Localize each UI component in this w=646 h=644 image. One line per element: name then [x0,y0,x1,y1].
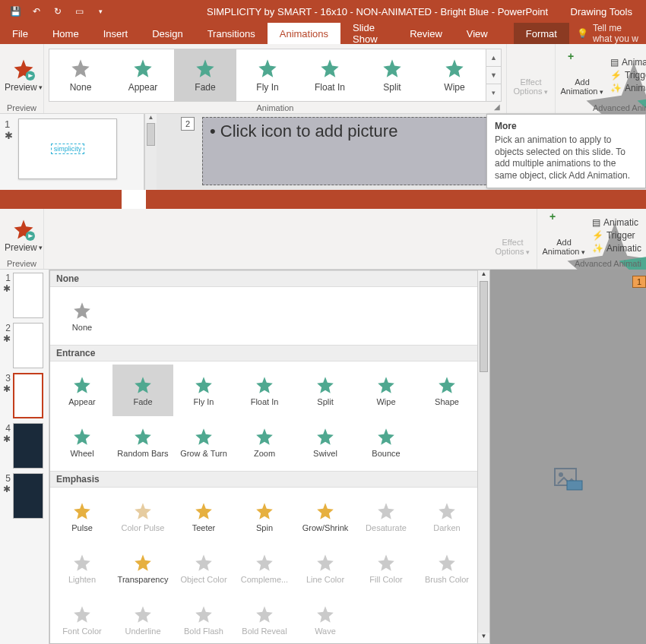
tab-transitions-2[interactable] [97,190,122,209]
tab-slideshow-2[interactable] [146,190,170,209]
scroll-thumb[interactable] [480,281,488,372]
animation-none[interactable]: None [52,290,112,342]
emphasis-grow-shrink[interactable]: Grow/Shrink [295,491,356,542]
entrance-fly-in[interactable]: Fly In [173,365,234,416]
animation-wipe[interactable]: Wipe [423,49,486,101]
entrance-shape[interactable]: Shape [416,365,477,416]
effect-options-button: Effect Options ▾ [511,47,550,103]
tab-home[interactable]: Home [40,23,91,44]
star-icon [437,553,457,573]
thumbnail-scrollbar[interactable]: ▲ [144,114,157,190]
save-icon[interactable]: 💾 [6,2,24,21]
scroll-up-icon[interactable]: ▲ [145,114,157,123]
start-from-beginning-icon[interactable]: ▭ [70,2,88,21]
slide-thumbnails: 1 ✱ simplicity [0,114,144,190]
preview-icon [12,58,35,80]
tab-format-2[interactable] [233,190,257,209]
tab-transitions[interactable]: Transitions [195,23,268,44]
add-animation-icon-2: + [553,213,575,236]
undo-icon[interactable]: ↶ [27,2,46,21]
gallery-scrollbar[interactable]: ▲ ▼ [477,270,489,643]
tab-view-2[interactable] [195,190,219,209]
emphasis-spin[interactable]: Spin [234,491,295,542]
slide-thumbnail[interactable] [13,323,43,368]
emphasis-darken: Darken [416,491,477,542]
entrance-wipe[interactable]: Wipe [356,365,416,416]
animation-fade[interactable]: Fade [174,49,236,101]
gallery-more-icon[interactable]: ▾ [486,84,501,101]
entrance-float-in[interactable]: Float In [234,365,295,416]
entrance-bounce[interactable]: Bounce [356,416,416,468]
scroll-thumb[interactable] [147,123,155,146]
star-icon [437,375,457,395]
tab-review[interactable]: Review [397,23,454,44]
preview-button-2[interactable]: Preview▾ [5,212,43,258]
animation-order-badge-2[interactable]: 1 [632,276,646,288]
slide-thumbnail[interactable] [13,273,43,318]
slide-thumbnail-row[interactable]: 2✱ [2,323,47,368]
thumbnail-content: simplicity [51,144,85,154]
tab-file[interactable]: File [0,23,40,44]
animation-float-in[interactable]: Float In [299,49,361,101]
animation-label: Swivel [296,449,354,458]
entrance-grow-turn[interactable]: Grow & Turn [173,416,234,468]
tab-home-2[interactable] [24,190,49,209]
star-icon [315,375,335,395]
entrance-fade[interactable]: Fade [112,365,173,416]
tab-insert[interactable]: Insert [91,23,141,44]
slide-thumbnail[interactable] [13,373,43,418]
animation-none[interactable]: None [49,49,112,101]
animation-label: Zoom [236,449,293,458]
gallery-down-icon[interactable]: ▼ [486,67,501,84]
gallery-up-icon[interactable]: ▲ [486,49,501,67]
tooltip-title: More [495,121,638,131]
emphasis-font-color: Font Color [52,594,112,644]
slide-thumbnail-row[interactable]: 5✱ [2,473,47,519]
tab-slideshow[interactable]: Slide Show [340,23,397,44]
redo-icon[interactable]: ↻ [49,2,67,21]
tab-format[interactable]: Format [514,23,569,44]
slide-thumbnail[interactable]: simplicity [18,118,117,179]
star-icon [315,427,335,447]
star-icon [437,501,457,521]
tab-animations[interactable]: Animations [268,23,340,44]
slide-thumbnail-row[interactable]: 3✱ [2,373,47,418]
add-animation-button-2[interactable]: + Add Animation ▾ [542,212,586,258]
slide-thumbnail-row[interactable]: 1✱ [2,273,47,318]
entrance-split[interactable]: Split [295,365,356,416]
entrance-zoom[interactable]: Zoom [234,416,295,468]
tab-review-2[interactable] [170,190,195,209]
animation-label: Float In [315,82,345,93]
scroll-down-icon[interactable]: ▼ [478,633,489,643]
tab-design[interactable]: Design [140,23,195,44]
picture-placeholder-icon[interactable] [553,467,584,491]
qat-customize-icon[interactable]: ▾ [91,2,109,21]
scroll-up-icon[interactable]: ▲ [478,270,489,281]
slide-thumbnail[interactable] [13,423,43,469]
tell-me[interactable]: 💡 Tell me what you w [569,23,646,44]
animation-label: Darken [418,523,476,532]
emphasis-line-color: Line Color [295,542,356,594]
tab-animations-2[interactable] [122,190,146,209]
preview-button[interactable]: Preview▾ [5,47,43,103]
tab-insert-2[interactable] [49,190,73,209]
entrance-wheel[interactable]: Wheel [52,416,112,468]
tab-design-2[interactable] [73,190,97,209]
dialog-launcher-icon[interactable]: ◢ [494,103,503,112]
entrance-appear[interactable]: Appear [52,365,112,416]
animation-order-badge[interactable]: 2 [181,117,195,131]
tab-file-2[interactable] [0,190,24,209]
slide-thumbnail-row[interactable]: 4✱ [2,423,47,469]
emphasis-pulse[interactable]: Pulse [52,491,112,542]
animation-fly-in[interactable]: Fly In [236,49,299,101]
animation-appear[interactable]: Appear [112,49,174,101]
emphasis-teeter[interactable]: Teeter [173,491,234,542]
entrance-swivel[interactable]: Swivel [295,416,356,468]
slide-thumbnail[interactable] [13,473,43,519]
tab-view[interactable]: View [454,23,500,44]
entrance-random-bars[interactable]: Random Bars [112,416,173,468]
add-animation-button[interactable]: + Add Animation ▾ [560,47,604,103]
animation-split[interactable]: Split [361,49,423,101]
emphasis-transparency[interactable]: Transparency [112,542,173,594]
star-icon [133,427,153,447]
